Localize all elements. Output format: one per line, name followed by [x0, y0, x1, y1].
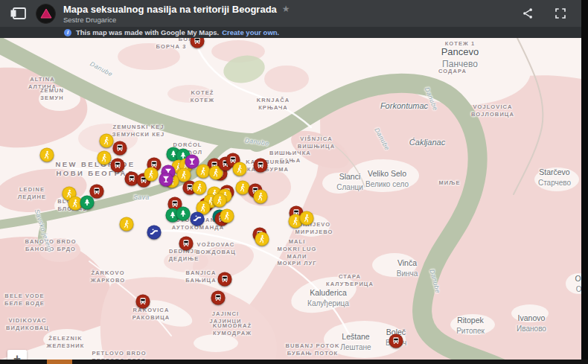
martini-icon — [162, 175, 171, 185]
person-icon — [211, 168, 221, 178]
map-marker-person[interactable] — [220, 209, 234, 223]
person-icon — [100, 153, 109, 163]
person-icon — [199, 203, 208, 213]
map-author: Sestre Drugarice — [63, 16, 290, 24]
bus-icon — [182, 239, 191, 249]
map-marker-person[interactable] — [120, 217, 134, 232]
bus-icon — [115, 144, 125, 153]
fullscreen-icon[interactable] — [554, 7, 567, 20]
escalator-icon — [150, 228, 159, 237]
martini-icon — [188, 157, 197, 167]
map-marker-escalator[interactable] — [147, 226, 162, 240]
sestre-drugarice-logo-icon — [40, 8, 52, 19]
share-icon[interactable] — [521, 7, 534, 20]
bus-icon — [113, 161, 123, 170]
map-marker-person[interactable] — [300, 211, 314, 226]
bus-icon — [220, 275, 230, 284]
map-marker-escalator[interactable] — [191, 212, 205, 226]
mymaps-banner: i This map was made with Google My Maps.… — [0, 27, 588, 38]
tree-icon — [179, 209, 188, 219]
map-marker-bus[interactable] — [136, 295, 150, 309]
map-marker-person[interactable] — [254, 190, 268, 204]
right-edge-strip — [581, 0, 588, 364]
title-block: Mapa seksualnog nasilja na teritoriji Be… — [63, 4, 290, 24]
escalator-icon — [193, 214, 202, 224]
bus-icon — [256, 161, 266, 170]
map-marker-person[interactable] — [40, 148, 54, 162]
map-marker-bus[interactable] — [179, 237, 194, 251]
person-icon — [179, 170, 189, 180]
map-marker-bus[interactable] — [111, 159, 125, 173]
map-marker-person[interactable] — [236, 181, 250, 195]
map-marker-person[interactable] — [193, 181, 207, 195]
map-marker-person[interactable] — [100, 134, 114, 148]
bus-icon — [127, 174, 137, 184]
person-icon — [195, 183, 205, 193]
bus-icon — [392, 336, 401, 346]
map-marker-person[interactable] — [144, 167, 159, 182]
bottom-edge-strip — [0, 360, 588, 364]
map-marker-bus[interactable] — [113, 141, 127, 156]
map-marker-tree[interactable] — [176, 207, 191, 221]
app-window: БОРЧА 3BORČAБОРЧАГОРЊИ ГРАДВИНОГРАДИКОТЕ… — [0, 0, 588, 364]
map-marker-bus[interactable] — [90, 185, 104, 199]
map-marker-person[interactable] — [255, 232, 269, 246]
map-marker-person[interactable] — [233, 162, 247, 176]
map-marker-person[interactable] — [98, 151, 112, 165]
person-icon — [102, 136, 112, 146]
person-icon — [256, 192, 266, 202]
map-marker-martini[interactable] — [159, 173, 173, 187]
bottom-orange-segment — [47, 360, 72, 364]
map-marker-bus[interactable] — [218, 272, 232, 287]
person-icon — [258, 234, 267, 244]
bus-icon — [92, 187, 102, 197]
star-icon[interactable]: ★ — [282, 4, 290, 14]
side-panel-toggle-icon[interactable] — [10, 5, 28, 22]
bus-icon — [138, 297, 148, 307]
person-icon — [215, 196, 225, 205]
person-icon — [238, 183, 248, 193]
person-icon — [42, 150, 52, 160]
map-marker-person[interactable] — [213, 194, 227, 208]
map-marker-bus[interactable] — [389, 334, 403, 348]
info-icon: i — [64, 29, 71, 36]
map-marker-bus[interactable] — [211, 291, 226, 305]
person-icon — [71, 199, 80, 208]
banner-text: This map was made with Google My Maps. — [76, 28, 219, 36]
bus-icon — [214, 293, 223, 303]
person-icon — [122, 220, 132, 229]
avatar[interactable] — [36, 4, 56, 24]
map-marker-bus[interactable] — [254, 159, 268, 173]
map-marker-tree[interactable] — [80, 196, 95, 210]
person-icon — [302, 214, 312, 223]
page-title: Mapa seksualnog nasilja na teritoriji Be… — [63, 4, 277, 15]
map-header: Mapa seksualnog nasilja na teritoriji Be… — [0, 0, 588, 27]
tree-icon — [83, 198, 92, 208]
person-icon — [147, 170, 156, 179]
person-icon — [235, 165, 245, 174]
person-icon — [199, 167, 208, 176]
person-icon — [223, 211, 232, 221]
create-your-own-link[interactable]: Create your own. — [222, 28, 279, 36]
